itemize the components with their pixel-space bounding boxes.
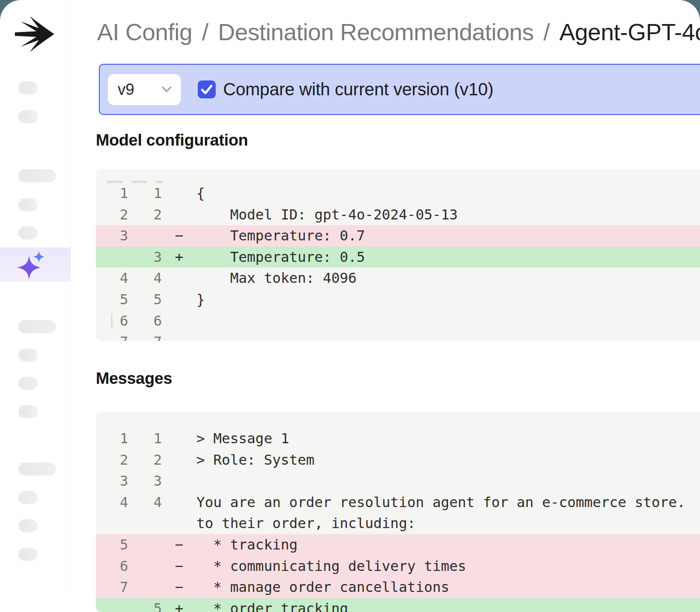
- new-line-number: 1: [128, 183, 162, 204]
- diff-row-context: 77: [96, 331, 700, 341]
- new-line-number: 5: [128, 289, 162, 310]
- new-line-number: 4: [128, 492, 162, 513]
- new-line-number: 6: [128, 310, 162, 332]
- diff-sign: −: [162, 556, 196, 577]
- old-line-number: 5: [96, 534, 128, 556]
- old-line-number: 7: [96, 331, 128, 341]
- breadcrumb-item-config-name[interactable]: Destination Recommendations: [218, 19, 534, 45]
- diff-row-removed: 3− Temperature: 0.7: [96, 225, 700, 247]
- diff-line-content: Temperature: 0.7: [196, 225, 700, 247]
- diff-row-context: 33: [96, 470, 700, 492]
- version-select-value: v9: [118, 80, 134, 99]
- old-line-number: 3: [96, 470, 128, 492]
- diff-row-context: 44 Max token: 4096: [96, 268, 700, 289]
- diff-row-context: 55}: [96, 289, 700, 310]
- section-title-messages: Messages: [96, 369, 172, 388]
- diff-sign: +: [162, 247, 196, 268]
- breadcrumb-separator: /: [543, 19, 550, 45]
- new-line-number: 5: [128, 598, 162, 612]
- diff-row-removed: 6− * communicating delivery times: [96, 556, 700, 577]
- old-line-number: 6: [96, 556, 128, 577]
- diff-row-added: 3+ Temperature: 0.5: [96, 247, 700, 268]
- new-line-number: 4: [128, 268, 162, 289]
- sidebar-skeleton-item[interactable]: [18, 81, 38, 94]
- diff-row-removed: 5− * tracking: [96, 534, 700, 556]
- main-content: AI Config/Destination Recommendations/Ag…: [70, 0, 700, 612]
- version-compare-bar: v9 Compare with current version (v10): [99, 64, 700, 115]
- old-line-number: 1: [96, 428, 128, 449]
- new-line-number: 1: [128, 428, 162, 449]
- diff-row-context: 44You are an order resolution agent for …: [96, 492, 700, 534]
- diff-line-content: * order tracking: [196, 598, 700, 612]
- sidebar-skeleton-item[interactable]: [18, 348, 38, 362]
- diff-line-content: * tracking: [196, 534, 700, 556]
- diff-row-context: 11> Message 1: [96, 428, 700, 449]
- old-line-number: 5: [96, 289, 128, 310]
- new-line-number: 3: [128, 470, 162, 492]
- sidebar-skeleton-item[interactable]: [18, 320, 56, 333]
- sidebar-skeleton-item[interactable]: [18, 198, 38, 212]
- new-line-number: 7: [128, 331, 162, 341]
- sparkle-icon: [12, 251, 49, 280]
- diff-line-content: > Role: System: [196, 449, 700, 471]
- new-line-number: 2: [128, 204, 162, 226]
- new-line-number: 3: [128, 247, 162, 268]
- diff-line-content: Temperature: 0.5: [196, 247, 700, 268]
- sidebar-skeleton-item[interactable]: [18, 462, 56, 476]
- diff-line-content: * manage order cancellations: [196, 577, 700, 598]
- sidebar-skeleton-item[interactable]: [18, 169, 56, 182]
- diff-row-context: 22> Role: System: [96, 449, 700, 471]
- diff-line-content: Model ID: gpt-4o-2024-05-13: [196, 204, 700, 226]
- sidebar-skeleton-item[interactable]: [18, 405, 38, 418]
- diff-sign: −: [162, 534, 196, 556]
- diff-row-context: 22 Model ID: gpt-4o-2024-05-13: [96, 204, 700, 226]
- compare-checkbox-label[interactable]: Compare with current version (v10): [223, 80, 494, 99]
- breadcrumb-item-ai-config[interactable]: AI Config: [97, 19, 192, 45]
- sidebar-skeleton-item[interactable]: [18, 110, 38, 123]
- sidebar-skeleton-item[interactable]: [18, 226, 38, 240]
- messages-diff: 11> Message 122> Role: System3344You are…: [96, 412, 700, 612]
- diff-line-content: You are an order resolution agent for an…: [196, 492, 700, 534]
- diff-sign: +: [162, 598, 196, 612]
- old-line-number: 7: [96, 577, 128, 598]
- sidebar-skeleton-item[interactable]: [18, 491, 38, 504]
- breadcrumb: AI Config/Destination Recommendations/Ag…: [97, 18, 700, 45]
- diff-line-content: }: [196, 289, 700, 310]
- old-line-number: 4: [96, 268, 128, 289]
- version-select[interactable]: v9: [108, 74, 181, 105]
- sidebar-item-ai-active[interactable]: [0, 247, 70, 282]
- diff-row-context: 66: [96, 310, 700, 332]
- sidebar-skeleton-item[interactable]: [18, 519, 38, 532]
- new-line-number: 2: [128, 449, 162, 471]
- diff-sign: −: [162, 225, 196, 247]
- old-line-number: 2: [96, 449, 128, 471]
- diff-line-content: * communicating delivery times: [196, 556, 700, 577]
- diff-row-context: 11{: [96, 183, 700, 204]
- old-line-number: 2: [96, 204, 128, 226]
- launchdarkly-arrow-icon[interactable]: [15, 15, 54, 53]
- old-line-number: 3: [96, 225, 128, 247]
- section-title-model-configuration: Model configuration: [96, 131, 248, 150]
- breadcrumb-item-current-variation: Agent-GPT-4o: [560, 19, 700, 45]
- diff-row-removed: 7− * manage order cancellations: [96, 577, 700, 598]
- old-line-number: 6: [96, 310, 128, 332]
- diff-line-content: {: [196, 183, 700, 204]
- app-card: AI Config/Destination Recommendations/Ag…: [0, 0, 700, 612]
- diff-sign: −: [162, 577, 196, 598]
- model-configuration-diff: 11{22 Model ID: gpt-4o-2024-05-133− Temp…: [96, 169, 700, 341]
- sidebar-skeleton-item[interactable]: [18, 377, 38, 390]
- chevron-down-icon: [161, 86, 172, 93]
- sidebar-skeleton-item[interactable]: [18, 548, 38, 561]
- diff-row-added: 5+ * order tracking: [96, 598, 700, 612]
- sidebar: [0, 0, 70, 612]
- diff-line-content: > Message 1: [196, 428, 700, 449]
- compare-checkbox[interactable]: [198, 80, 216, 98]
- diff-line-content: Max token: 4096: [196, 268, 700, 289]
- old-line-number: 4: [96, 492, 128, 513]
- breadcrumb-separator: /: [202, 19, 209, 45]
- old-line-number: 1: [96, 183, 128, 204]
- checkmark-icon: [198, 80, 216, 98]
